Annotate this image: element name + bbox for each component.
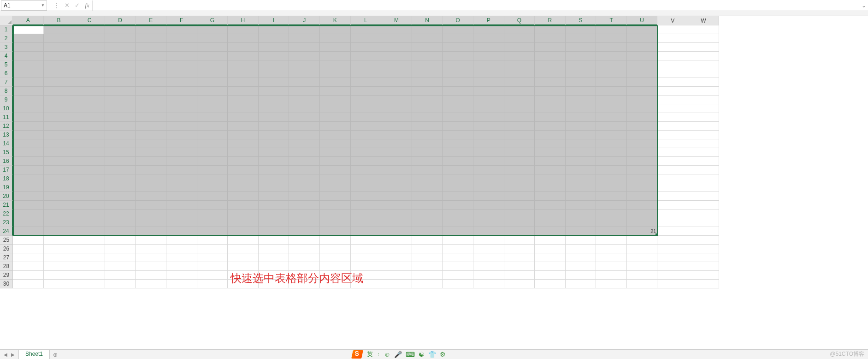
cell[interactable] <box>504 60 535 69</box>
cell[interactable] <box>136 34 166 43</box>
cell[interactable] <box>381 131 412 139</box>
cell[interactable] <box>657 113 688 122</box>
cell[interactable] <box>688 131 719 139</box>
column-header[interactable]: R <box>535 16 566 25</box>
cell[interactable] <box>412 69 443 78</box>
cell[interactable] <box>473 227 504 236</box>
cell[interactable] <box>197 280 228 288</box>
cell[interactable] <box>105 262 136 271</box>
cell[interactable] <box>289 148 320 157</box>
cell[interactable] <box>105 139 136 148</box>
cell[interactable] <box>443 166 473 174</box>
cell[interactable] <box>443 87 473 96</box>
cell[interactable] <box>412 280 443 288</box>
cell[interactable] <box>228 43 259 52</box>
cell[interactable] <box>44 113 75 122</box>
cell[interactable] <box>320 131 351 139</box>
row-header[interactable]: 14 <box>0 139 13 148</box>
row-header[interactable]: 5 <box>0 60 13 69</box>
row-header[interactable]: 16 <box>0 157 13 166</box>
cell[interactable] <box>197 113 228 122</box>
cell[interactable] <box>381 78 412 87</box>
cell[interactable] <box>535 104 566 113</box>
cell[interactable] <box>535 122 566 131</box>
cell[interactable] <box>473 280 504 288</box>
cell[interactable] <box>74 262 105 271</box>
cell[interactable] <box>166 122 197 131</box>
cell[interactable] <box>44 253 75 262</box>
cell[interactable] <box>473 43 504 52</box>
cell[interactable] <box>166 139 197 148</box>
cell[interactable] <box>136 218 166 227</box>
cell[interactable] <box>566 201 596 209</box>
cell[interactable] <box>351 166 382 174</box>
cell[interactable] <box>351 34 382 43</box>
cell[interactable] <box>320 192 351 201</box>
cell[interactable] <box>473 139 504 148</box>
cell[interactable] <box>473 25 504 34</box>
cell[interactable] <box>381 60 412 69</box>
cell[interactable] <box>105 201 136 209</box>
cell[interactable] <box>688 174 719 183</box>
column-header[interactable]: Q <box>504 16 535 25</box>
cell[interactable] <box>105 157 136 166</box>
cell[interactable] <box>504 262 535 271</box>
cell[interactable] <box>197 253 228 262</box>
cell[interactable] <box>535 218 566 227</box>
cell[interactable] <box>166 104 197 113</box>
cell[interactable] <box>473 192 504 201</box>
cell[interactable] <box>197 209 228 218</box>
cell[interactable] <box>228 148 259 157</box>
cell[interactable] <box>688 96 719 104</box>
cell[interactable] <box>259 227 289 236</box>
cell[interactable] <box>443 34 473 43</box>
cell[interactable] <box>74 78 105 87</box>
cell[interactable] <box>259 43 289 52</box>
column-header[interactable]: G <box>197 16 228 25</box>
cell[interactable] <box>13 139 44 148</box>
cell[interactable] <box>627 157 658 166</box>
cell[interactable] <box>381 34 412 43</box>
cell[interactable] <box>105 52 136 60</box>
cell[interactable] <box>473 201 504 209</box>
cell[interactable] <box>412 157 443 166</box>
cell[interactable] <box>351 201 382 209</box>
cell[interactable] <box>596 236 627 245</box>
cell[interactable] <box>351 183 382 192</box>
cell[interactable] <box>259 113 289 122</box>
cell[interactable] <box>166 43 197 52</box>
cell[interactable] <box>166 148 197 157</box>
cell[interactable] <box>504 192 535 201</box>
cell[interactable] <box>381 227 412 236</box>
cell[interactable] <box>166 218 197 227</box>
row-header[interactable]: 25 <box>0 236 13 245</box>
cell[interactable] <box>136 245 166 253</box>
cell[interactable] <box>657 157 688 166</box>
row-header[interactable]: 21 <box>0 201 13 209</box>
cell[interactable] <box>657 236 688 245</box>
cell[interactable] <box>627 96 658 104</box>
cell[interactable] <box>688 245 719 253</box>
cell[interactable] <box>443 148 473 157</box>
cell[interactable] <box>166 113 197 122</box>
cell[interactable] <box>197 122 228 131</box>
cell[interactable] <box>105 148 136 157</box>
cell[interactable] <box>259 148 289 157</box>
cell[interactable] <box>136 104 166 113</box>
cell[interactable] <box>627 253 658 262</box>
cell[interactable] <box>259 183 289 192</box>
cell[interactable] <box>443 157 473 166</box>
enter-button[interactable]: ✓ <box>72 2 82 9</box>
cell[interactable] <box>228 183 259 192</box>
cell[interactable] <box>166 34 197 43</box>
cell[interactable] <box>381 25 412 34</box>
column-header[interactable]: B <box>44 16 75 25</box>
cell[interactable] <box>13 43 44 52</box>
cell[interactable] <box>473 262 504 271</box>
cell[interactable] <box>320 43 351 52</box>
cell[interactable] <box>535 166 566 174</box>
cell[interactable] <box>566 227 596 236</box>
cell[interactable] <box>412 52 443 60</box>
cell[interactable] <box>197 227 228 236</box>
cell[interactable] <box>136 166 166 174</box>
